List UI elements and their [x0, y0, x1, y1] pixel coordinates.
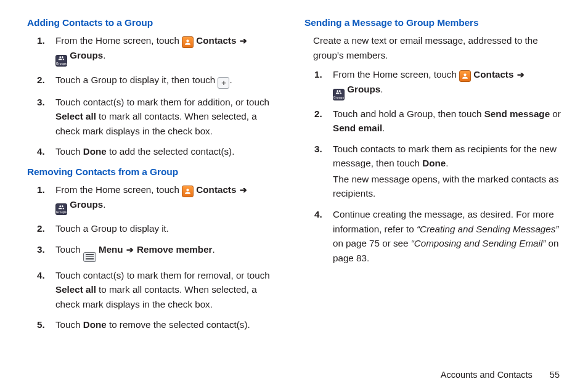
- step-text: Touch a Group to display it, then touch: [55, 75, 218, 85]
- step-text: .: [103, 50, 105, 60]
- list-item: Touch contact(s) to mark them for additi…: [27, 95, 284, 145]
- step-text: Touch: [55, 319, 83, 330]
- list-item: Touch contact(s) to mark them for remova…: [27, 268, 284, 318]
- step-text: Touch and hold a Group, then touch: [333, 108, 484, 119]
- step-text: to remove the selected contact(s).: [107, 319, 250, 330]
- step-text: From the Home screen, touch: [333, 69, 459, 80]
- bold-text: Select all: [55, 284, 96, 295]
- groups-icon: Groups: [55, 55, 67, 67]
- heading-sending: Sending a Message to Group Members: [304, 17, 561, 28]
- reference-text: “Composing and Sending Email”: [411, 238, 546, 248]
- list-item: Touch a Group to display it, then touch …: [27, 73, 284, 95]
- bold-text: Send message: [484, 108, 550, 119]
- step-text: .: [103, 199, 105, 210]
- heading-removing: Removing Contacts from a Group: [27, 166, 284, 178]
- list-item: Touch a Group to display it.: [27, 221, 284, 242]
- step-text: .: [382, 123, 385, 133]
- bold-text: Send email: [333, 123, 382, 133]
- list-item: Touch Done to add the selected contact(s…: [27, 144, 284, 165]
- arrow-icon: ➔: [517, 70, 525, 80]
- contacts-icon: [459, 70, 471, 82]
- menu-label: Menu ➔ Remove member: [99, 244, 213, 255]
- bold-text: Done: [83, 146, 107, 157]
- step-text: Touch: [55, 146, 83, 157]
- step-text: From the Home screen, touch: [55, 35, 182, 46]
- plus-icon: +: [218, 77, 229, 89]
- list-item: Touch and hold a Group, then touch Send …: [304, 107, 561, 142]
- bold-text: Done: [422, 158, 446, 168]
- list-item: Touch Done to remove the selected contac…: [27, 317, 284, 338]
- reference-text: “Creating and Sending Messages”: [417, 224, 558, 234]
- groups-icon: Groups: [55, 203, 67, 215]
- list-item: From the Home screen, touch Contacts ➔ G…: [304, 67, 561, 107]
- page-footer: Accounts and Contacts 55: [441, 370, 560, 380]
- contacts-label: Contacts ➔: [196, 35, 247, 46]
- step-text: to add the selected contact(s).: [107, 146, 235, 157]
- steps-adding: From the Home screen, touch Contacts ➔ G…: [27, 33, 284, 165]
- list-item: Touch contacts to mark them as recipient…: [304, 142, 561, 207]
- page: Adding Contacts to a Group From the Home…: [0, 0, 588, 392]
- step-text: on page 75 or see: [333, 238, 411, 248]
- left-column: Adding Contacts to a Group From the Home…: [27, 16, 284, 338]
- contacts-icon: [182, 186, 194, 197]
- contacts-label: Contacts ➔: [196, 184, 247, 195]
- contacts-icon: [182, 36, 194, 48]
- steps-removing: From the Home screen, touch Contacts ➔ G…: [27, 182, 284, 338]
- step-text: .: [213, 244, 215, 255]
- groups-icon: Groups: [333, 89, 345, 100]
- bold-text: Done: [83, 319, 107, 330]
- step-text: Touch contact(s) to mark them for additi…: [55, 97, 269, 107]
- step-text: .: [446, 158, 448, 168]
- intro-text: Create a new text or email message, addr…: [313, 33, 561, 62]
- steps-sending: From the Home screen, touch Contacts ➔ G…: [304, 67, 561, 271]
- step-text: Touch a Group to display it.: [55, 223, 169, 234]
- step-text: or: [550, 108, 561, 119]
- step-text: .: [229, 75, 232, 85]
- step-continuation: The new message opens, with the marked c…: [333, 171, 561, 201]
- arrow-icon: ➔: [126, 245, 134, 255]
- heading-adding: Adding Contacts to a Group: [27, 17, 284, 28]
- contacts-label: Contacts ➔: [473, 69, 525, 80]
- menu-icon: [83, 252, 96, 262]
- right-column: Sending a Message to Group Members Creat…: [304, 16, 561, 338]
- columns: Adding Contacts to a Group From the Home…: [27, 16, 561, 338]
- list-item: Touch Menu ➔ Remove member.: [27, 242, 284, 268]
- step-text: From the Home screen, touch: [55, 184, 182, 195]
- arrow-icon: ➔: [240, 185, 247, 195]
- bold-text: Select all: [55, 111, 96, 121]
- list-item: Continue creating the message, as desire…: [304, 207, 561, 271]
- groups-label: Groups: [70, 199, 103, 210]
- list-item: From the Home screen, touch Contacts ➔ G…: [27, 182, 284, 222]
- page-number: 55: [550, 370, 560, 380]
- arrow-icon: ➔: [240, 36, 247, 46]
- list-item: From the Home screen, touch Contacts ➔ G…: [27, 33, 284, 73]
- chapter-title: Accounts and Contacts: [441, 370, 533, 380]
- step-text: Touch: [55, 244, 83, 255]
- groups-label: Groups: [70, 50, 103, 60]
- groups-label: Groups: [347, 84, 380, 94]
- step-text: Touch contact(s) to mark them for remova…: [55, 270, 270, 280]
- step-text: .: [380, 84, 383, 94]
